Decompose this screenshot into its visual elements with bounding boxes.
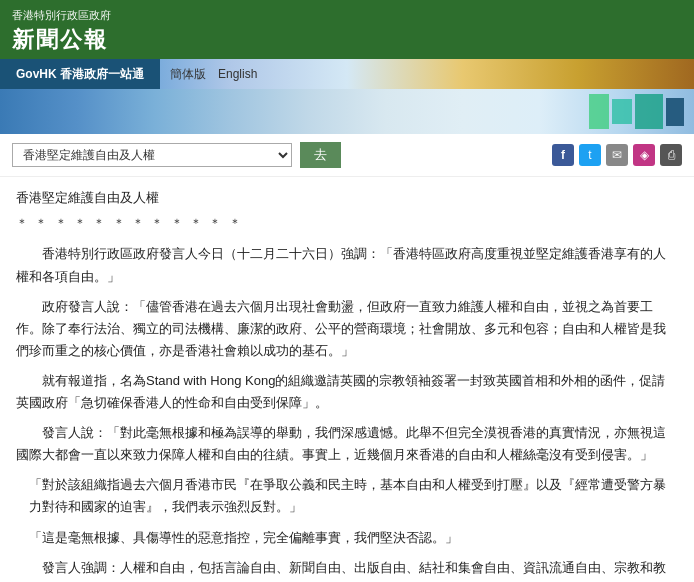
instagram-icon[interactable]: ◈ — [633, 144, 655, 166]
deco-block-2 — [612, 99, 632, 124]
go-button[interactable]: 去 — [300, 142, 341, 168]
facebook-icon[interactable]: f — [552, 144, 574, 166]
deco-block-4 — [666, 98, 684, 126]
nav-bar: GovHK 香港政府一站通 簡体版 English — [0, 59, 694, 89]
decorative-blocks — [589, 94, 684, 129]
paragraph-0: 香港特別行政區政府發言人今日（十二月二十六日）強調：「香港特區政府高度重視並堅定… — [16, 243, 678, 287]
twitter-icon[interactable]: t — [579, 144, 601, 166]
mail-icon[interactable]: ✉ — [606, 144, 628, 166]
paragraph-5: 「這是毫無根據、具傷導性的惡意指控，完全偏離事實，我們堅決否認。」 — [16, 527, 678, 549]
nav-links: 簡体版 English — [160, 59, 267, 89]
gov-title: 香港特別行政區政府 — [12, 8, 682, 23]
paragraph-1: 政府發言人說：「儘管香港在過去六個月出現社會動盪，但政府一直致力維護人權和自由，… — [16, 296, 678, 362]
nav-simplified[interactable]: 簡体版 — [170, 66, 206, 83]
header: 香港特別行政區政府 新聞公報 — [0, 0, 694, 59]
article-title: 香港堅定維護自由及人權 — [16, 187, 678, 209]
nav-govhk-link[interactable]: GovHK 香港政府一站通 — [0, 59, 160, 89]
nav-english[interactable]: English — [218, 67, 257, 81]
paragraph-3: 發言人說：「對此毫無根據和極為誤導的舉動，我們深感遺憾。此舉不但完全漠視香港的真… — [16, 422, 678, 466]
select-area: 香港堅定維護自由及人權 去 — [12, 142, 341, 168]
article-stars: ＊ ＊ ＊ ＊ ＊ ＊ ＊ ＊ ＊ ＊ ＊ ＊ — [16, 213, 678, 233]
main-content: 香港堅定維護自由及人權 ＊ ＊ ＊ ＊ ＊ ＊ ＊ ＊ ＊ ＊ ＊ ＊ 香港特別… — [0, 177, 694, 582]
social-icons: f t ✉ ◈ ⎙ — [552, 144, 682, 166]
paragraph-4: 「對於該組織指過去六個月香港市民『在爭取公義和民主時，基本自由和人權受到打壓』以… — [16, 474, 678, 518]
paragraph-6: 發言人強調：人權和自由，包括言論自由、新聞自由、出版自由、結社和集會自由、資訊流… — [16, 557, 678, 582]
deco-block-1 — [589, 94, 609, 129]
print-icon[interactable]: ⎙ — [660, 144, 682, 166]
toolbar: 香港堅定維護自由及人權 去 f t ✉ ◈ ⎙ — [0, 134, 694, 177]
paragraph-2: 就有報道指，名為Stand with Hong Kong的組織邀請英國的宗教領袖… — [16, 370, 678, 414]
banner-strip — [0, 89, 694, 134]
article-select[interactable]: 香港堅定維護自由及人權 — [12, 143, 292, 167]
news-title: 新聞公報 — [12, 25, 682, 55]
deco-block-3 — [635, 94, 663, 129]
